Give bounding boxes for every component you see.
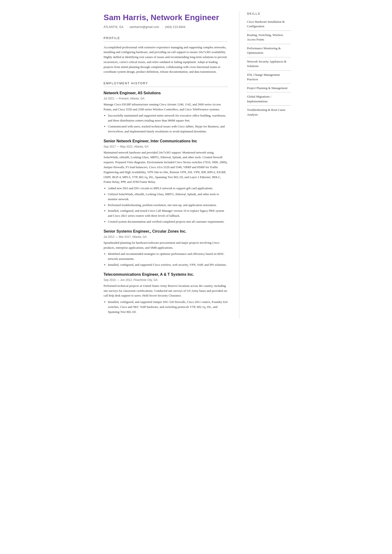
bullet-2-2: Utilized SolarWinds, eHealth, Looking Gl… [108,192,228,202]
job-entry-3: Senior Systems Engineer,, Circular Zones… [104,229,228,267]
separator2: · [162,25,163,29]
location: ATLANTIS, GA [104,25,124,29]
bullet-4-1: Installed, configured, and supported Jun… [108,300,228,314]
bullet-3-2: Installed, configured, and supported Cis… [108,263,228,267]
bullet-2-5: Created system documentation and verifie… [108,219,228,224]
skill-5: ITIL Change Management Practices [247,72,291,84]
job-desc-2: Maintained network hardware and provided… [104,150,228,185]
skills-section-title: SKILLS [247,11,291,16]
bullet-3-1: Identified and recommended strategies to… [108,251,228,262]
bullet-2-3: Performed troubleshooting, problem resol… [108,203,228,208]
skill-4: Network Security Appliances & Solutions [247,59,291,71]
bullet-2-1: Added new DS3 and DS1 circuits to MPLS n… [108,186,228,191]
job-entry-1: Network Engineer, A5 Solutions Jul 2021 … [104,90,228,134]
email: samharris@gmail.com [129,25,159,29]
separator1: · [127,25,128,29]
job-bullets-4: Installed, configured, and supported Jun… [108,300,228,314]
skill-6: Project Planning & Management [247,86,291,93]
job-date-1: Jul 2021 — Present, Atlanta, GA [104,97,228,101]
contact-info: ATLANTIS, GA · samharris@gmail.com · (40… [104,25,228,29]
job-title-2: Senior Network Engineer, Inter Communica… [104,138,228,144]
job-entry-2: Senior Network Engineer, Inter Communica… [104,138,228,224]
skill-7: Global Migrations / Implementations [247,94,291,106]
job-desc-1: Manage Cisco EIGRP infrastructure runnin… [104,102,228,112]
job-title-4: Telecommunications Engineer, A & T Syste… [104,272,228,277]
job-date-3: Jul 2012 — Mar 2017, Atlanta, GA [104,235,228,239]
job-entry-4: Telecommunications Engineer, A & T Syste… [104,272,228,315]
profile-text: Accomplished professional with extensive… [104,45,228,75]
skill-2: Routing, Switching, Wireless Access Poin… [247,33,291,44]
bullet-2-4: Installed, configured, and tested Cisco … [108,208,228,218]
job-date-4: Sep 2010 — Jun 2012, Peachtree City, GA [104,278,228,282]
job-title-3: Senior Systems Engineer,, Circular Zones… [104,229,228,234]
resume-title: Sam Harris, Network Engineer [104,11,228,23]
bullet-1-2: Communicated with users, tracked technic… [108,124,228,134]
job-bullets-2: Added new DS3 and DS1 circuits to MPLS n… [108,186,228,224]
employment-section-title: EMPLOYMENT HISTORY [104,81,228,87]
skill-8: Troubleshooting & Root Cause Analysis [247,108,291,119]
job-desc-4: Performed technical projects at United S… [104,284,228,298]
job-bullets-1: Successfully maintained and supported en… [108,113,228,134]
phone: (404) 213-6644 [165,25,185,29]
skills-sidebar: SKILLS Cisco Hardware Installation & Con… [239,11,291,319]
job-date-2: Sep 2017 — May 2021, Atlanta, GA [104,145,228,149]
job-bullets-3: Identified and recommended strategies to… [108,251,228,267]
job-desc-3: Spearheaded planning for hardware/softwa… [104,240,228,250]
bullet-1-1: Successfully maintained and supported en… [108,113,228,123]
job-title-1: Network Engineer, A5 Solutions [104,90,228,96]
skill-1: Cisco Hardware Installation & Configurat… [247,19,291,31]
skill-3: Performance Monitoring & Optimization [247,46,291,57]
profile-section-title: PROFILE [104,36,228,42]
